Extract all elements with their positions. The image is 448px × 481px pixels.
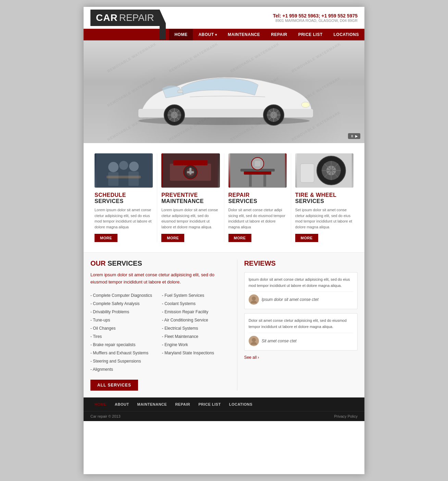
- list-item: Fleet Maintenance: [162, 332, 227, 341]
- service-card-image-schedule: [95, 153, 153, 188]
- list-item: Air Conditioning Service: [162, 316, 227, 324]
- hero-banner: REMOVABLE WATERMARK REMOVABLE WATERMARK …: [84, 40, 364, 143]
- schedule-title-line1: SCHEDULE: [95, 192, 153, 198]
- svg-point-18: [301, 102, 310, 107]
- content-section: OUR SERVICES Lorem ipsum dolor sit amet …: [84, 252, 364, 397]
- review-card-2: Dolor sit amet conse ctetur adipisicing …: [244, 313, 358, 350]
- list-item: Coolant Systems: [162, 300, 227, 308]
- nav-pricelist[interactable]: PRICE LIST: [293, 29, 328, 40]
- all-services-button[interactable]: ALL SERVICES: [90, 380, 138, 391]
- logo-box: CAR REPAIR: [90, 10, 160, 26]
- footer-nav: HOME ABOUT MAINTENANCE REPAIR PRICE LIST…: [84, 397, 364, 411]
- list-item: Alignments: [90, 365, 155, 374]
- svg-rect-27: [107, 176, 141, 178]
- list-item: Emission Repair Facility: [162, 308, 227, 316]
- preventive-title-line1: PREVENTIVE: [161, 192, 220, 198]
- main-nav: HOME ABOUT MAINTENANCE REPAIR PRICE LIST…: [84, 29, 364, 40]
- logo-car: CAR: [96, 12, 118, 23]
- preventive-title-line2: MAINTENANCE: [161, 198, 220, 204]
- svg-rect-30: [173, 160, 208, 165]
- list-item: Mufflers and Exhaust Systems: [90, 349, 155, 357]
- repair-image: [230, 153, 285, 188]
- footer-copyright: Car repair © 2013: [90, 414, 121, 418]
- pause-icon[interactable]: ⏸: [350, 134, 354, 138]
- list-item: Drivability Problems: [90, 308, 155, 316]
- svg-point-52: [252, 296, 256, 301]
- tire-title-line2: SERVICES: [295, 198, 353, 204]
- nav-home[interactable]: HOME: [169, 29, 193, 40]
- svg-rect-51: [300, 164, 314, 182]
- tire-description: Set ipsum dolor sit amet conse ctetur ad…: [295, 207, 353, 230]
- repair-more-button[interactable]: MORE: [228, 234, 251, 242]
- logo-repair: REPAIR: [119, 12, 154, 23]
- footer-nav-about[interactable]: ABOUT: [111, 401, 133, 408]
- services-intro-text: Lorem ipsum dolor sit amet conse ctetur …: [90, 271, 227, 286]
- tire-title-line1: TIRE & WHEEL: [295, 192, 353, 198]
- list-item: Tires: [90, 332, 155, 341]
- services-col-2: Fuel System Services Coolant Systems Emi…: [162, 291, 227, 374]
- see-all-text: See all: [244, 355, 257, 360]
- nav-about[interactable]: ABOUT: [193, 29, 222, 40]
- list-item: Oil Changes: [90, 324, 155, 332]
- svg-rect-34: [189, 168, 191, 175]
- avatar-icon-2: [250, 337, 258, 345]
- reviewer-avatar-2: [249, 336, 259, 346]
- repair-title-line2: SERVICES: [228, 198, 287, 204]
- heading-highlight: OUR: [90, 260, 105, 267]
- service-card-preventive: PREVENTIVE MAINTENANCE Lorem ipsum dolor…: [157, 153, 224, 242]
- list-item: Tune-ups: [90, 316, 155, 324]
- nav-maintenance[interactable]: MAINTENANCE: [222, 29, 265, 40]
- address: 8901 MARMORA ROAD, GLASGOW, D04 89GR: [273, 18, 358, 23]
- svg-point-22: [119, 161, 128, 170]
- schedule-description: Lorem ipsum dolor sit amet conse ctetur …: [95, 207, 153, 230]
- footer-nav-repair[interactable]: REPAIR: [171, 401, 194, 408]
- service-card-repair: REPAIR SERVICES Dolor sit amet conse cte…: [224, 153, 291, 242]
- nav-locations[interactable]: LOCATIONS: [328, 29, 364, 40]
- footer-bottom: Car repair © 2013 Privacy Policy: [84, 411, 364, 421]
- schedule-title-line2: SERVICES: [95, 198, 153, 204]
- reviews-heading: REVIEWS: [244, 260, 358, 267]
- list-item: Complete Safety Analysis: [90, 300, 155, 308]
- list-item: Brake repair specialists: [90, 341, 155, 349]
- tire-more-button[interactable]: MORE: [295, 234, 318, 242]
- svg-point-21: [108, 162, 119, 172]
- preventive-image: [163, 153, 218, 188]
- repair-description: Dolor sit amet conse ctetur adipi sicing…: [228, 207, 287, 230]
- see-all-link[interactable]: See all ›: [244, 355, 259, 360]
- svg-point-0: [138, 117, 310, 125]
- footer-nav-locations[interactable]: LOCATIONS: [225, 401, 257, 408]
- nav-repair[interactable]: REPAIR: [265, 29, 293, 40]
- svg-rect-26: [128, 172, 139, 186]
- services-col-1: Complete Computer Diagnostics Complete S…: [90, 291, 155, 374]
- hero-playback-controls[interactable]: ⏸ ▶: [348, 133, 360, 139]
- svg-rect-38: [263, 175, 266, 187]
- our-services: OUR SERVICES Lorem ipsum dolor sit amet …: [90, 260, 237, 391]
- reviews-section: REVIEWS Ipsum dolor sit amet conse ctetu…: [237, 260, 358, 391]
- logo-area: CAR REPAIR: [90, 10, 160, 26]
- car-svg: [121, 58, 327, 126]
- reviewer-2: Sit amet conse ctet: [249, 333, 353, 346]
- footer-privacy-link[interactable]: Privacy Policy: [334, 414, 358, 418]
- service-card-image-preventive: [161, 153, 220, 188]
- footer-nav-maintenance[interactable]: MAINTENANCE: [133, 401, 171, 408]
- play-icon[interactable]: ▶: [355, 134, 358, 138]
- review-text-1: Ipsum dolor sit amet conse ctetur adipis…: [249, 277, 353, 289]
- list-item: Maryland State Inspections: [162, 349, 227, 357]
- svg-point-23: [129, 162, 139, 171]
- list-item: Complete Computer Diagnostics: [90, 291, 155, 300]
- mechanics-image: [96, 153, 151, 188]
- list-item: Engine Work: [162, 341, 227, 349]
- preventive-more-button[interactable]: MORE: [161, 234, 184, 242]
- list-item: Steering and Suspensions: [90, 357, 155, 365]
- review-card-1: Ipsum dolor sit amet conse ctetur adipis…: [244, 272, 358, 309]
- schedule-more-button[interactable]: MORE: [95, 234, 117, 242]
- svg-rect-41: [255, 161, 260, 166]
- svg-rect-24: [108, 172, 119, 186]
- preventive-description: Lorem ipsum dolor sit amet conse ctetur …: [161, 207, 220, 230]
- avatar-icon-1: [250, 296, 258, 303]
- header: CAR REPAIR Tel: +1 959 552 5963; +1 959 …: [84, 7, 364, 40]
- footer-nav-pricelist[interactable]: PRICE LIST: [194, 401, 225, 408]
- services-list: Complete Computer Diagnostics Complete S…: [90, 291, 227, 374]
- footer-nav-home[interactable]: HOME: [90, 401, 111, 408]
- reviewer-1: Ipsum dolor sit amet conse ctet: [249, 291, 353, 305]
